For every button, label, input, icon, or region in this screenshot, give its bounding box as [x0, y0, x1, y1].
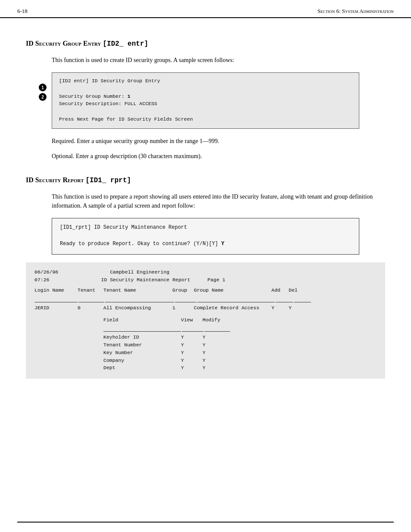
sub-view-3: Y: [181, 349, 202, 357]
sub-modify-5: Y: [202, 364, 228, 372]
bullet-2: 2: [39, 93, 47, 101]
data-group-name: Complete Record Access: [194, 304, 271, 312]
section1-title-code: [ID2_ entr]: [103, 40, 148, 48]
sub-field-3: Key Number: [103, 349, 181, 357]
screen-mockup-1: 1 2 [ID2 entr] ID Security Group Entry S…: [52, 72, 359, 129]
page-number: 6-18: [17, 8, 28, 15]
col-add: Add: [271, 286, 289, 294]
col-tenant-name: Tenant Name: [103, 286, 172, 294]
report-time: 07:26: [34, 276, 50, 284]
sub-view-5: Y: [181, 364, 202, 372]
sub-col-field: Field: [103, 316, 181, 324]
report-sub-table: Field View Modify Keyholder ID Y Y: [103, 316, 377, 372]
data-tenant: 0: [78, 304, 103, 312]
report-header-time-title: 07:26 ID Security Maintenance Report Pag…: [34, 276, 377, 284]
screen-line-4: Security Description: FULL ACCESS: [59, 100, 352, 108]
section2-title-text: ID Security Report [ID1_ rprt]: [26, 176, 131, 184]
sub-view-2: Y: [181, 341, 202, 349]
sub-field-1: Keyholder ID: [103, 333, 181, 341]
screen2-line-blank: [60, 232, 351, 240]
data-group: 1: [172, 304, 194, 312]
sub-row-1: Keyholder ID Y Y: [103, 333, 377, 341]
section1-title: ID Security Group Entry [ID2_ entr]: [26, 40, 385, 48]
screen-box-1: [ID2 entr] ID Security Group Entry Secur…: [52, 72, 359, 129]
report-header-date-company: 06/26/96 Campbell Engineering: [34, 268, 377, 276]
content-area: ID Security Group Entry [ID2_ entr] This…: [0, 18, 411, 396]
sub-view-4: Y: [181, 357, 202, 364]
data-login: JERID: [34, 304, 78, 312]
data-tenant-name: All Encompassing: [103, 304, 172, 312]
sub-modify-1: Y: [202, 333, 228, 341]
section-title-header: Section 6: System Administration: [318, 8, 394, 15]
page: 6-18 Section 6: System Administration ID…: [0, 0, 411, 532]
col-login: Login Name: [34, 286, 78, 294]
col-group: Group: [172, 286, 194, 294]
page-footer: [17, 522, 394, 524]
sub-row-5: Dept Y Y: [103, 364, 377, 372]
screen-line-1: [ID2 entr] ID Security Group Entry: [59, 77, 352, 85]
screen-line-5: Press Next Page for ID Security Fields S…: [59, 115, 352, 123]
report-company: Campbell Engineering: [110, 268, 169, 276]
section1-note2: Optional. Enter a group description (30 …: [52, 152, 385, 161]
screen-mockup-2: [ID1_rprt] ID Security Maintenance Repor…: [52, 218, 359, 255]
report-title: ID Security Maintenance Report: [101, 276, 190, 284]
col-group-name: Group Name: [194, 286, 271, 294]
report-page: Page 1: [208, 276, 225, 284]
col-del: Del: [289, 286, 306, 294]
page-header: 6-18 Section 6: System Administration: [0, 0, 411, 18]
section1-note1: Required. Enter a unique security group …: [52, 137, 385, 146]
section2-title-code: [ID1_ rprt]: [85, 177, 131, 184]
screen2-line-1: [ID1_rprt] ID Security Maintenance Repor…: [60, 224, 351, 232]
section1-title-text: ID Security Group Entry [ID2_ entr]: [26, 40, 148, 47]
sub-row-3: Key Number Y Y: [103, 349, 377, 357]
report-col-headers: Login Name Tenant Tenant Name Group Grou…: [34, 286, 377, 294]
sub-col-underline: [103, 324, 377, 332]
section2-title: ID Security Report [ID1_ rprt]: [26, 176, 385, 184]
bullet-labels: 1 2: [39, 84, 47, 102]
report-date: 06/26/96: [34, 268, 58, 276]
report-col-underline: [34, 294, 377, 302]
report-data-row: JERID 0 All Encompassing 1 Complete Reco…: [34, 304, 377, 312]
sub-col-view: View: [181, 316, 202, 324]
sub-field-5: Dept: [103, 364, 181, 372]
screen-line-blank: [59, 85, 352, 93]
sub-row-2: Tenant Number Y Y: [103, 341, 377, 349]
sub-modify-2: Y: [202, 341, 228, 349]
sub-row-4: Company Y Y: [103, 357, 377, 364]
screen-line-3: Security Group Number: 1: [59, 93, 352, 100]
report-area: 06/26/96 Campbell Engineering 07:26 ID S…: [26, 262, 385, 379]
sub-view-1: Y: [181, 333, 202, 341]
section2-intro: This function is used to prepare a repor…: [52, 192, 385, 210]
sub-modify-4: Y: [202, 357, 228, 364]
bullet-1: 1: [39, 84, 47, 91]
sub-field-2: Tenant Number: [103, 341, 181, 349]
sub-col-headers: Field View Modify: [103, 316, 377, 324]
screen-line-blank2: [59, 108, 352, 115]
sub-col-modify: Modify: [202, 316, 228, 324]
section1-intro: This function is used to create ID secur…: [52, 56, 385, 65]
data-del: Y: [289, 304, 306, 312]
data-add: Y: [271, 304, 289, 312]
sub-field-4: Company: [103, 357, 181, 364]
sub-modify-3: Y: [202, 349, 228, 357]
col-tenant-num: Tenant: [78, 286, 103, 294]
screen2-line-3: Ready to produce Report. Okay to continu…: [60, 240, 351, 248]
